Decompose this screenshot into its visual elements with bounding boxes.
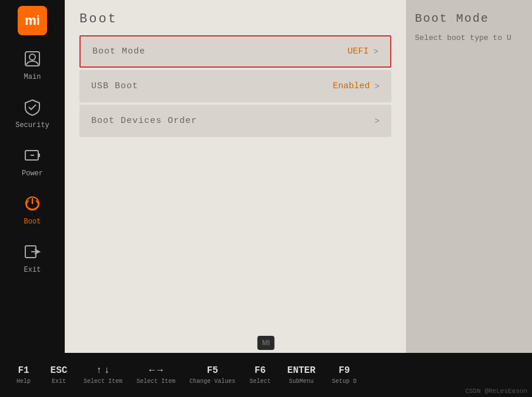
- key-f9[interactable]: F9 Setup D: [325, 365, 364, 385]
- sidebar-item-exit[interactable]: Exit: [6, 234, 59, 280]
- key-f5-desc: Change Values: [189, 378, 235, 385]
- right-panel-description: Select boot type to U: [415, 32, 523, 44]
- sidebar-label-exit: Exit: [24, 266, 41, 274]
- key-f9-name: F9: [338, 365, 350, 376]
- key-f1-desc: Help: [16, 378, 31, 385]
- key-f6-desc: Select: [250, 378, 271, 385]
- mi-bottom-logo: MI: [257, 336, 274, 350]
- menu-item-boot-devices-order[interactable]: Boot Devices Order >: [79, 105, 391, 137]
- key-updown[interactable]: ↑ ↓ Select Item: [77, 365, 129, 385]
- boot-mode-chevron: >: [374, 47, 378, 56]
- usb-boot-label: USB Boot: [91, 81, 138, 91]
- sidebar-label-boot: Boot: [24, 218, 41, 226]
- power-battery-icon: [21, 144, 44, 167]
- key-esc[interactable]: ESC Exit: [41, 365, 77, 385]
- up-arrow-icon: ↑: [96, 365, 102, 376]
- left-right-arrows: ← →: [149, 365, 162, 376]
- page-title: Boot: [79, 12, 391, 26]
- right-panel: Boot Mode Select boot type to U: [406, 0, 532, 353]
- usb-boot-value: Enabled: [333, 81, 370, 91]
- sidebar-item-power[interactable]: Power: [6, 138, 59, 184]
- boot-devices-label: Boot Devices Order: [91, 116, 197, 126]
- key-f5-name: F5: [207, 365, 218, 376]
- boot-power-icon: [21, 192, 44, 215]
- up-down-arrows: ↑ ↓: [96, 365, 109, 376]
- main-content: Boot Boot Mode UEFI > USB Boot Enabled >…: [65, 0, 406, 353]
- person-icon: [21, 47, 44, 71]
- key-f5[interactable]: F5 Change Values: [182, 365, 242, 385]
- key-esc-name: ESC: [51, 365, 68, 376]
- left-arrow-icon: ←: [149, 365, 155, 376]
- key-f1-name: F1: [18, 365, 29, 376]
- svg-point-1: [29, 54, 35, 60]
- key-leftright[interactable]: ← → Select Item: [129, 365, 182, 385]
- sidebar-item-security[interactable]: Security: [6, 89, 59, 135]
- key-f6[interactable]: F6 Select: [242, 365, 278, 385]
- right-arrow-icon: →: [157, 365, 163, 376]
- boot-mode-value: UEFI: [348, 46, 369, 56]
- right-panel-title: Boot Mode: [415, 12, 523, 25]
- boot-devices-chevron: >: [375, 116, 380, 126]
- down-arrow-icon: ↓: [104, 365, 110, 376]
- bottom-bar: F1 Help ESC Exit ↑ ↓ Select Item ← → Sel…: [0, 353, 532, 397]
- key-enter[interactable]: ENTER SubMenu: [278, 365, 325, 385]
- key-enter-name: ENTER: [287, 365, 315, 376]
- mi-logo-text: mi: [25, 13, 40, 28]
- boot-mode-label: Boot Mode: [92, 46, 145, 56]
- key-f9-desc: Setup D: [332, 378, 357, 385]
- svg-rect-3: [38, 154, 40, 157]
- key-leftright-desc: Select Item: [137, 378, 175, 385]
- sidebar-item-main[interactable]: Main: [6, 41, 59, 87]
- menu-item-usb-boot[interactable]: USB Boot Enabled >: [79, 70, 391, 102]
- usb-boot-chevron: >: [375, 82, 380, 91]
- key-f1[interactable]: F1 Help: [6, 365, 41, 385]
- key-updown-desc: Select Item: [84, 378, 122, 385]
- menu-item-boot-mode[interactable]: Boot Mode UEFI >: [79, 35, 391, 68]
- sidebar-item-boot[interactable]: Boot: [6, 186, 59, 232]
- shield-icon: [21, 95, 44, 119]
- key-esc-desc: Exit: [52, 378, 66, 385]
- sidebar-label-main: Main: [24, 73, 41, 81]
- mi-logo: mi: [18, 6, 47, 35]
- sidebar-label-power: Power: [22, 169, 43, 178]
- exit-icon: [21, 240, 44, 263]
- sidebar-label-security: Security: [15, 121, 49, 129]
- watermark: CSDN @ReLesEason: [465, 388, 527, 395]
- sidebar: mi Main Security Power: [0, 0, 65, 397]
- key-enter-desc: SubMenu: [289, 378, 314, 385]
- key-f6-name: F6: [254, 365, 265, 376]
